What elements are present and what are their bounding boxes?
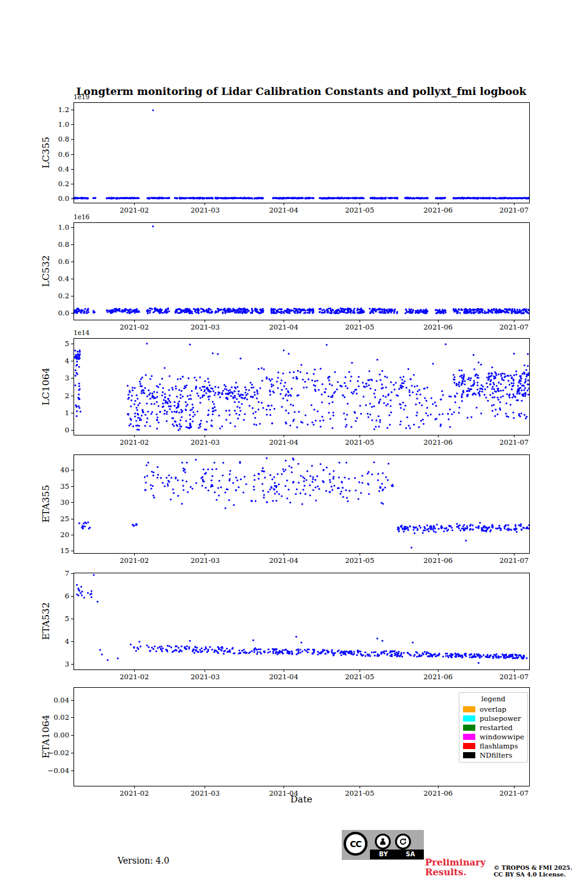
svg-text:2021-04: 2021-04 bbox=[269, 206, 298, 214]
svg-text:1.2: 1.2 bbox=[58, 105, 69, 114]
svg-text:0.8: 0.8 bbox=[58, 135, 69, 143]
svg-text:2021-04: 2021-04 bbox=[269, 438, 298, 447]
legend-entry-restarted: restarted bbox=[459, 723, 527, 732]
legend-entry-windowwipe: windowwipe bbox=[459, 732, 527, 741]
svg-text:2021-03: 2021-03 bbox=[190, 323, 220, 331]
svg-text:2021-03: 2021-03 bbox=[190, 438, 220, 447]
circular-arrow-icon bbox=[399, 837, 407, 846]
legend-label: overlap bbox=[480, 705, 507, 714]
svg-text:1.0: 1.0 bbox=[58, 120, 69, 129]
x-tick-labels-ETA355: 2021-022021-032021-042021-052021-062021-… bbox=[119, 553, 529, 565]
scatter-points-LC1064 bbox=[74, 343, 530, 431]
y-axis-label-ETA355: ETA355 bbox=[40, 485, 51, 523]
subplot-LC532: 0.00.20.40.60.81.02021-022021-032021-042… bbox=[40, 213, 530, 331]
svg-text:2021-07: 2021-07 bbox=[499, 673, 529, 681]
scale-offset-label-LC355: 1e19 bbox=[74, 93, 89, 100]
x-tick-labels-LC1064: 2021-022021-032021-042021-052021-062021-… bbox=[119, 435, 529, 447]
svg-text:7: 7 bbox=[65, 569, 69, 578]
svg-text:0.4: 0.4 bbox=[58, 165, 69, 173]
legend-swatch-restarted bbox=[463, 725, 475, 731]
svg-text:25: 25 bbox=[60, 514, 69, 523]
svg-text:2021-04: 2021-04 bbox=[269, 556, 298, 565]
svg-text:2021-06: 2021-06 bbox=[423, 206, 453, 214]
svg-text:0.6: 0.6 bbox=[58, 150, 69, 159]
svg-text:15: 15 bbox=[60, 546, 69, 555]
y-axis-label-ETA1064: ETA1064 bbox=[40, 715, 51, 759]
y-tick-labels-ETA1064: −0.04−0.020.000.020.04 bbox=[48, 696, 74, 775]
svg-text:2021-03: 2021-03 bbox=[190, 673, 220, 681]
copyright-line2: CC BY SA 4.0 License. bbox=[494, 871, 572, 878]
scatter-points-ETA532 bbox=[76, 574, 527, 663]
svg-text:0.6: 0.6 bbox=[58, 257, 69, 266]
svg-text:2021-06: 2021-06 bbox=[423, 323, 453, 331]
svg-text:2021-03: 2021-03 bbox=[190, 556, 220, 565]
svg-text:2021-05: 2021-05 bbox=[345, 206, 374, 214]
version-label: Version: 4.0 bbox=[118, 856, 169, 865]
scatter-points-LC532 bbox=[73, 225, 530, 314]
svg-text:2021-06: 2021-06 bbox=[423, 438, 453, 447]
legend-box: legend overlappulsepowerrestartedwindoww… bbox=[459, 692, 528, 763]
subplot-ETA355: 1520253035402021-022021-032021-042021-05… bbox=[40, 455, 530, 565]
plot-area-LC355 bbox=[74, 103, 530, 203]
svg-text:2021-07: 2021-07 bbox=[499, 323, 529, 331]
preliminary-results-note: Preliminary Results. bbox=[425, 858, 486, 877]
preliminary-line1: Preliminary bbox=[425, 858, 486, 867]
svg-text:4: 4 bbox=[65, 356, 69, 365]
svg-text:0.8: 0.8 bbox=[58, 240, 69, 249]
y-tick-labels-LC532: 0.00.20.40.60.81.0 bbox=[58, 223, 74, 318]
cc-by-sa-strip: BY SA bbox=[370, 850, 424, 859]
scatter-points-ETA355 bbox=[78, 458, 530, 549]
y-tick-labels-LC1064: 012345 bbox=[65, 339, 74, 435]
svg-text:5: 5 bbox=[65, 614, 69, 623]
svg-text:3: 3 bbox=[65, 660, 69, 668]
cc-license-badge: CC BY SA bbox=[342, 830, 424, 860]
copyright-note: © TROPOS & FMI 2025. CC BY SA 4.0 Licens… bbox=[494, 864, 572, 878]
svg-text:2021-02: 2021-02 bbox=[119, 673, 149, 681]
legend-swatch-windowwipe bbox=[463, 734, 475, 740]
y-tick-labels-ETA355: 152025303540 bbox=[60, 466, 74, 555]
x-tick-labels-LC355: 2021-022021-032021-042021-052021-062021-… bbox=[119, 203, 529, 214]
svg-text:2021-06: 2021-06 bbox=[423, 673, 453, 681]
svg-text:2021-07: 2021-07 bbox=[499, 206, 529, 214]
cc-by-label: BY bbox=[370, 850, 397, 859]
svg-text:4: 4 bbox=[65, 637, 69, 646]
preliminary-line2: Results. bbox=[425, 867, 486, 877]
svg-text:2021-04: 2021-04 bbox=[269, 673, 298, 681]
svg-text:30: 30 bbox=[60, 498, 69, 507]
svg-text:2021-02: 2021-02 bbox=[119, 556, 149, 565]
legend-title: legend bbox=[459, 694, 527, 704]
legend-entries: overlappulsepowerrestartedwindowwipeflas… bbox=[459, 704, 527, 760]
svg-text:2021-04: 2021-04 bbox=[269, 323, 298, 331]
legend-entry-overlap: overlap bbox=[459, 704, 527, 714]
cc-sa-label: SA bbox=[397, 850, 424, 859]
svg-text:3: 3 bbox=[65, 374, 69, 382]
scatter-points-LC355 bbox=[73, 110, 530, 200]
scale-offset-label-LC532: 1e16 bbox=[74, 213, 90, 221]
plot-area-LC532 bbox=[74, 223, 530, 320]
legend-entry-NDfilters: NDfilters bbox=[459, 750, 527, 760]
svg-text:2021-06: 2021-06 bbox=[423, 556, 453, 565]
y-tick-labels-LC355: 0.00.20.40.60.81.01.2 bbox=[58, 105, 74, 202]
x-tick-labels-ETA532: 2021-022021-032021-042021-052021-062021-… bbox=[119, 669, 529, 681]
cc-logo-icon: CC bbox=[344, 832, 368, 856]
x-tick-labels-LC532: 2021-022021-032021-042021-052021-062021-… bbox=[119, 320, 529, 331]
y-axis-label-LC532: LC532 bbox=[40, 255, 51, 287]
svg-text:2021-07: 2021-07 bbox=[499, 438, 529, 447]
svg-text:1: 1 bbox=[65, 409, 69, 417]
svg-text:2021-03: 2021-03 bbox=[190, 206, 220, 214]
legend-label: windowwipe bbox=[480, 733, 524, 741]
subplot-ETA1064: −0.04−0.020.000.020.042021-022021-032021… bbox=[40, 688, 530, 798]
svg-text:20: 20 bbox=[60, 530, 69, 539]
svg-text:2021-05: 2021-05 bbox=[345, 556, 374, 565]
svg-text:2021-05: 2021-05 bbox=[345, 438, 374, 447]
legend-label: NDfilters bbox=[480, 751, 512, 760]
x-axis-title: Date bbox=[74, 794, 529, 805]
person-icon bbox=[379, 837, 387, 846]
svg-text:0.00: 0.00 bbox=[53, 731, 69, 739]
svg-text:6: 6 bbox=[65, 592, 69, 600]
figure-canvas: Longterm monitoring of Lidar Calibration… bbox=[0, 0, 588, 882]
svg-text:35: 35 bbox=[60, 482, 69, 491]
svg-text:0.2: 0.2 bbox=[58, 179, 69, 188]
svg-text:2021-02: 2021-02 bbox=[119, 438, 149, 447]
legend-label: flashlamps bbox=[480, 742, 518, 750]
